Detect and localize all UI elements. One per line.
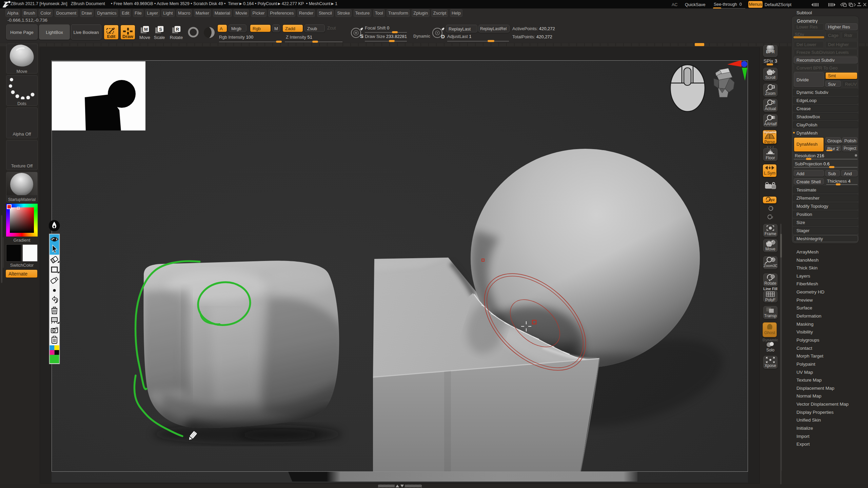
svg-text:R: R: [176, 27, 179, 32]
svg-text:x1: x1: [772, 101, 775, 104]
svg-text:xyz: xyz: [769, 198, 775, 202]
svg-text:D: D: [441, 34, 445, 39]
svg-text:Draw: Draw: [122, 34, 134, 39]
svg-text:M: M: [144, 27, 148, 32]
svg-text:z: z: [772, 216, 773, 219]
svg-text:Edit: Edit: [107, 34, 116, 39]
svg-text:S: S: [360, 33, 363, 39]
svg-text:y: y: [772, 206, 773, 210]
svg-text:S: S: [159, 27, 162, 32]
